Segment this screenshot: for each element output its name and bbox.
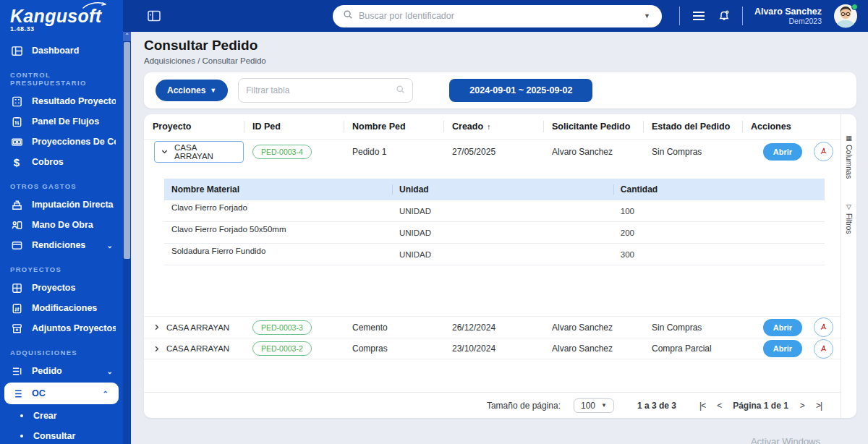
sidebar-item-oc-crear[interactable]: Crear (0, 406, 123, 426)
columns-label: Columnas (845, 145, 854, 179)
user-block[interactable]: Alvaro Sanchez Dem2023 (754, 7, 822, 25)
pdf-icon (819, 323, 828, 332)
sort-ascending-icon[interactable]: ↑ (487, 122, 491, 131)
filters-label: Filtros (845, 213, 854, 234)
sidebar-item-proyectos[interactable]: Proyectos (0, 278, 123, 298)
chevron-right-icon[interactable] (153, 323, 161, 331)
order-id-badge: PED-0003-4 (252, 145, 312, 159)
online-status-dot (851, 4, 858, 10)
material-qty: 300 (613, 244, 825, 265)
column-header-acciones: Acciones (742, 114, 841, 139)
sidebar-toggle-icon[interactable] (147, 9, 161, 22)
banknote-icon (10, 135, 23, 148)
sidebar-item-dashboard[interactable]: Dashboard (0, 40, 123, 61)
sidebar-item-label: Panel De Flujos (32, 116, 116, 127)
sidebar: Kangusoft 1.48.33 Dashboard CONTROL PRES… (0, 0, 123, 444)
pdf-export-button[interactable] (814, 339, 833, 359)
table-row[interactable]: CASA ARRAYAN PED-0003-4 Pedido 1 27/05/2… (144, 139, 841, 163)
clipboard-flows-icon (10, 115, 23, 128)
column-header-solicitante[interactable]: Solicitante Pedido (543, 114, 643, 139)
open-button[interactable]: Abrir (763, 143, 802, 161)
pdf-export-button[interactable] (814, 317, 833, 337)
content-area: Consultar Pedido Adquisiciones / Consult… (131, 32, 868, 444)
page-size-select[interactable]: 100 ▼ (574, 398, 614, 413)
order-created: 26/12/2024 (443, 323, 543, 333)
sidebar-item-label: Adjuntos Proyectos (32, 323, 116, 333)
sidebar-item-panel-de-flujos[interactable]: Panel De Flujos (0, 111, 123, 132)
column-header-id-ped[interactable]: ID Ped (244, 114, 344, 139)
scrollbar-up-arrow[interactable]: ⌃ (123, 32, 131, 41)
filter-funnel-icon: ▽ (846, 203, 853, 210)
avatar[interactable] (833, 4, 858, 28)
notifications-bell-icon[interactable] (718, 9, 731, 22)
sidebar-item-label: Crear (33, 411, 116, 421)
sidebar-item-adjuntos-proyectos[interactable]: Adjuntos Proyectos (0, 318, 123, 338)
chevron-down-icon[interactable] (161, 148, 169, 155)
filter-input[interactable] (246, 85, 390, 95)
sidebar-item-label: Proyectos (32, 283, 116, 293)
order-created: 23/10/2024 (443, 343, 543, 354)
column-header-proyecto[interactable]: Proyecto (144, 114, 244, 139)
logo-swoosh-icon (82, 1, 107, 10)
material-unit: UNIDAD (392, 244, 613, 265)
orders-table-card: Proyecto ID Ped Nombre Ped Creado↑ Solic… (144, 114, 856, 418)
order-created: 27/05/2025 (443, 147, 543, 157)
filters-panel-toggle[interactable]: ▽ Filtros (845, 203, 854, 234)
table-side-tools: ▦ Columnas ▽ Filtros (841, 114, 856, 418)
brand-logo: Kangusoft (10, 6, 101, 27)
sidebar-item-label: Mano De Obra (32, 220, 116, 230)
next-page-button[interactable]: > (800, 401, 804, 411)
ordered-list-icon (10, 387, 23, 400)
sidebar-item-oc[interactable]: OC ⌃ (4, 383, 119, 404)
expanded-project-cell[interactable]: CASA ARRAYAN (154, 141, 244, 163)
material-name: Clavo Fierro Forjado 50x50mm (164, 222, 392, 243)
material-qty: 100 (613, 200, 825, 221)
column-header-estado[interactable]: Estado del Pedido (643, 114, 742, 139)
chevron-right-icon[interactable] (153, 345, 161, 353)
sidebar-item-resultado-proyectos[interactable]: Resultado Proyectos (0, 91, 123, 111)
sidebar-item-imputacion-directa[interactable]: Imputación Directa (0, 195, 123, 215)
sidebar-item-rendiciones[interactable]: Rendiciones ⌄ (0, 235, 123, 255)
column-header-unidad: Unidad (392, 179, 613, 200)
actions-button[interactable]: Acciones ▼ (156, 80, 228, 101)
prev-page-button[interactable]: < (717, 401, 721, 411)
menu-icon[interactable] (692, 10, 706, 22)
brand-block: Kangusoft 1.48.33 (0, 0, 123, 32)
column-header-creado[interactable]: Creado↑ (443, 114, 543, 139)
row-range-text: 1 a 3 de 3 (637, 401, 676, 411)
sidebar-item-mano-de-obra[interactable]: Mano De Obra (0, 215, 123, 235)
table-row[interactable]: CASA ARRAYAN PED-0003-3 Cemento 26/12/20… (144, 316, 841, 338)
search-dropdown-caret-icon[interactable]: ▼ (642, 12, 652, 20)
first-page-button[interactable]: |< (699, 401, 705, 411)
column-header-nombre-ped[interactable]: Nombre Ped (344, 114, 443, 139)
breadcrumb[interactable]: Adquisiciones / Consultar Pedido (144, 56, 856, 65)
sidebar-item-proyecciones-de-costos[interactable]: Proyecciones De Costos (0, 132, 123, 152)
sidebar-scrollbar[interactable]: ⌃ (123, 0, 131, 444)
date-range-button[interactable]: 2024-09-01 ~ 2025-09-02 (449, 79, 592, 102)
pdf-export-button[interactable] (814, 142, 833, 161)
order-requester: Alvaro Sanchez (543, 323, 643, 333)
topbar-divider (742, 7, 743, 25)
list-icon (10, 364, 23, 377)
search-input[interactable] (359, 11, 637, 21)
open-button[interactable]: Abrir (763, 319, 802, 336)
sidebar-item-oc-consultar[interactable]: Consultar (0, 426, 123, 444)
dashboard-icon (10, 44, 23, 57)
calculator-icon (10, 95, 23, 108)
columns-panel-toggle[interactable]: ▦ Columnas (845, 135, 854, 179)
table-row[interactable]: CASA ARRAYAN PED-0003-2 Compras 23/10/20… (144, 338, 841, 359)
last-page-button[interactable]: >| (816, 401, 822, 411)
sidebar-section-control-presupuestario: CONTROL PRESUPUESTARIO (10, 71, 123, 87)
column-header-cantidad: Cantidad (613, 179, 825, 200)
order-status: Compra Parcial (643, 343, 742, 354)
project-name: CASA ARRAYAN (166, 344, 229, 353)
open-button[interactable]: Abrir (763, 340, 802, 357)
sidebar-item-pedido[interactable]: Pedido ⌄ (0, 361, 123, 381)
chevron-down-icon: ▼ (210, 87, 216, 94)
scrollbar-thumb[interactable] (124, 42, 130, 259)
order-status: Sin Compras (643, 147, 742, 157)
sidebar-item-label: Pedido (32, 366, 98, 376)
sidebar-item-cobros[interactable]: $ Cobros (0, 152, 123, 172)
sidebar-item-modificaciones[interactable]: Modificaciones (0, 298, 123, 318)
sidebar-section-proyectos: PROYECTOS (10, 265, 123, 273)
